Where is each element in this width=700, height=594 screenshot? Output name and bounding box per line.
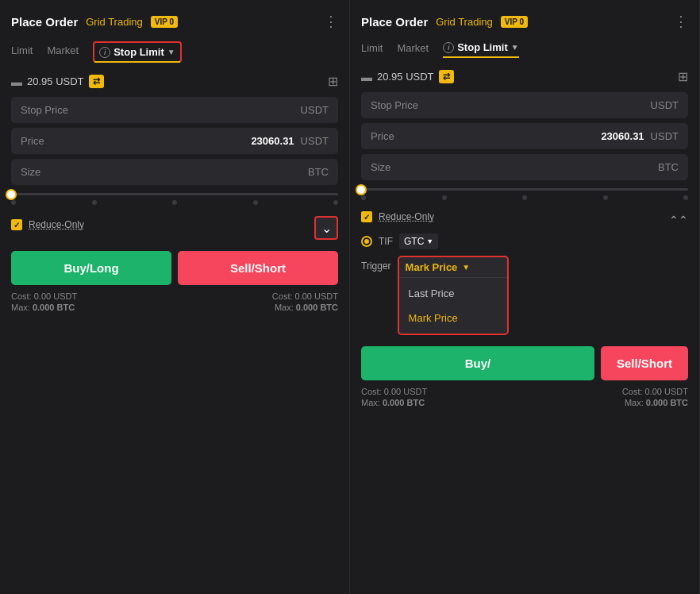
left-slider-dot-0	[11, 200, 16, 205]
left-expand-button[interactable]: ⌄	[314, 216, 338, 240]
left-slider-thumb[interactable]	[6, 189, 17, 200]
right-tabs: Limit Market i Stop Limit ▼	[361, 41, 688, 58]
left-grid-trading-link[interactable]: Grid Trading	[86, 16, 143, 28]
left-tab-limit[interactable]: Limit	[11, 44, 33, 60]
right-calc-icon[interactable]: ⊞	[678, 69, 688, 84]
left-buy-button[interactable]: Buy/Long	[11, 251, 171, 285]
right-price-value: 23060.31	[601, 130, 644, 142]
left-options-area: ✓ Reduce-Only ⌄	[11, 216, 338, 240]
right-buy-button[interactable]: Buy/	[361, 346, 594, 380]
left-slider-row[interactable]	[11, 193, 338, 205]
right-cost-col-right: Cost: 0.00 USDT Max: 0.000 BTC	[622, 387, 688, 407]
right-max-left-label: Max: 0.000 BTC	[361, 398, 427, 407]
left-slider-track	[11, 193, 338, 195]
right-max-right-label: Max: 0.000 BTC	[622, 398, 688, 407]
left-size-label: Size	[21, 166, 40, 178]
right-tif-radio[interactable]	[361, 236, 372, 247]
right-size-field[interactable]: Size BTC	[361, 154, 688, 180]
left-reduce-only-label: Reduce-Only	[29, 219, 84, 230]
right-tif-label: TIF	[379, 236, 393, 247]
left-size-field[interactable]: Size BTC	[11, 159, 338, 185]
left-stop-price-unit: USDT	[301, 104, 329, 116]
left-tab-market[interactable]: Market	[47, 44, 79, 60]
left-cost-max-row: Cost: 0.00 USDT Max: 0.000 BTC Cost: 0.0…	[11, 291, 338, 312]
right-collapse-button[interactable]: ⌃⌃	[669, 214, 688, 226]
left-tab-info-icon: i	[99, 47, 110, 58]
left-tab-stop-limit[interactable]: i Stop Limit ▼	[93, 41, 181, 63]
left-cost-label: Cost: 0.00 USDT	[11, 291, 77, 301]
right-trigger-menu: Last Price Mark Price	[399, 278, 507, 334]
left-place-order-title: Place Order	[11, 15, 78, 29]
right-gtc-select[interactable]: GTC ▼	[399, 233, 438, 249]
right-cost-right-label: Cost: 0.00 USDT	[622, 387, 688, 396]
left-slider-dots	[11, 200, 338, 205]
right-size-label: Size	[371, 161, 390, 173]
left-stop-price-field[interactable]: Stop Price USDT	[11, 97, 338, 123]
left-slider-dot-1	[92, 200, 97, 205]
left-cost-col-right: Cost: 0.00 USDT Max: 0.000 BTC	[272, 291, 338, 312]
right-header-left: Place Order Grid Trading VIP 0	[361, 15, 528, 29]
right-balance-left: ▬ 20.95 USDT ⇄	[361, 70, 454, 83]
left-slider-dot-2	[172, 200, 177, 205]
left-calc-icon[interactable]: ⊞	[328, 74, 338, 89]
left-tab-dropdown-arrow: ▼	[167, 48, 175, 56]
right-cost-max-row: Cost: 0.00 USDT Max: 0.000 BTC Cost: 0.0…	[361, 387, 688, 407]
left-sell-button[interactable]: Sell/Short	[178, 251, 338, 285]
right-tif-row: TIF GTC ▼	[361, 233, 688, 249]
right-tab-stop-limit[interactable]: i Stop Limit ▼	[443, 41, 518, 58]
right-slider-thumb[interactable]	[356, 184, 367, 195]
right-price-field[interactable]: Price 23060.31 USDT	[361, 123, 688, 149]
right-tab-market[interactable]: Market	[397, 42, 429, 57]
right-slider-dot-2	[522, 195, 527, 200]
right-tab-limit[interactable]: Limit	[361, 42, 383, 57]
left-slider-dot-3	[253, 200, 258, 205]
right-balance-row: ▬ 20.95 USDT ⇄ ⊞	[361, 69, 688, 84]
right-price-label: Price	[371, 130, 394, 142]
left-reduce-only-checkbox[interactable]: ✓	[11, 219, 22, 230]
right-trigger-option-last-price[interactable]: Last Price	[399, 281, 507, 306]
left-card-icon: ▬	[11, 75, 22, 88]
right-slider-row[interactable]	[361, 188, 688, 200]
left-header: Place Order Grid Trading VIP 0 ⋮	[11, 13, 338, 30]
right-sell-button[interactable]: Sell/Short	[601, 346, 688, 380]
right-place-order-title: Place Order	[361, 15, 428, 29]
right-stop-price-label: Stop Price	[371, 99, 418, 111]
right-reduce-only-checkbox[interactable]: ✓	[361, 211, 372, 222]
right-reduce-only-row: ✓ Reduce-Only	[361, 211, 434, 222]
right-trigger-dropdown[interactable]: Mark Price ▼ Last Price Mark Price	[398, 256, 509, 335]
left-reduce-only-row: ✓ Reduce-Only	[11, 219, 84, 230]
right-trigger-selected[interactable]: Mark Price ▼	[399, 257, 507, 277]
left-stop-price-label: Stop Price	[21, 104, 68, 116]
left-balance-text: 20.95 USDT	[27, 75, 84, 87]
left-transfer-icon[interactable]: ⇄	[89, 75, 104, 88]
right-slider-dots	[361, 195, 688, 200]
left-more-icon[interactable]: ⋮	[324, 13, 338, 30]
right-size-unit: BTC	[658, 161, 679, 173]
left-price-label: Price	[21, 135, 44, 147]
right-price-unit: USDT	[651, 130, 679, 142]
right-tab-info-icon: i	[443, 42, 454, 53]
right-trigger-label: Trigger	[361, 256, 391, 272]
left-header-left: Place Order Grid Trading VIP 0	[11, 15, 178, 29]
right-balance-text: 20.95 USDT	[377, 71, 434, 83]
right-transfer-icon[interactable]: ⇄	[439, 70, 454, 83]
left-cost-right-label: Cost: 0.00 USDT	[272, 291, 338, 301]
left-price-field[interactable]: Price 23060.31 USDT	[11, 128, 338, 154]
right-more-icon[interactable]: ⋮	[674, 13, 688, 30]
right-stop-price-unit: USDT	[651, 99, 679, 111]
right-grid-trading-link[interactable]: Grid Trading	[436, 16, 493, 28]
left-max-label: Max: 0.000 BTC	[11, 303, 77, 312]
left-balance-row: ▬ 20.95 USDT ⇄ ⊞	[11, 74, 338, 89]
right-tab-dropdown-arrow: ▼	[511, 43, 519, 52]
right-reduce-only-label: Reduce-Only	[379, 211, 434, 222]
left-size-unit: BTC	[308, 166, 329, 178]
right-stop-price-field[interactable]: Stop Price USDT	[361, 92, 688, 118]
left-slider-dot-4	[333, 200, 338, 205]
right-trigger-row: Trigger Mark Price ▼ Last Price Mark Pri…	[361, 256, 688, 335]
left-max-right-label: Max: 0.000 BTC	[272, 303, 338, 312]
right-trigger-selected-text: Mark Price	[406, 261, 458, 273]
left-vip-badge: VIP 0	[151, 16, 178, 28]
left-tabs: Limit Market i Stop Limit ▼	[11, 41, 338, 63]
right-slider-dot-0	[361, 195, 366, 200]
right-trigger-option-mark-price[interactable]: Mark Price	[399, 306, 507, 330]
